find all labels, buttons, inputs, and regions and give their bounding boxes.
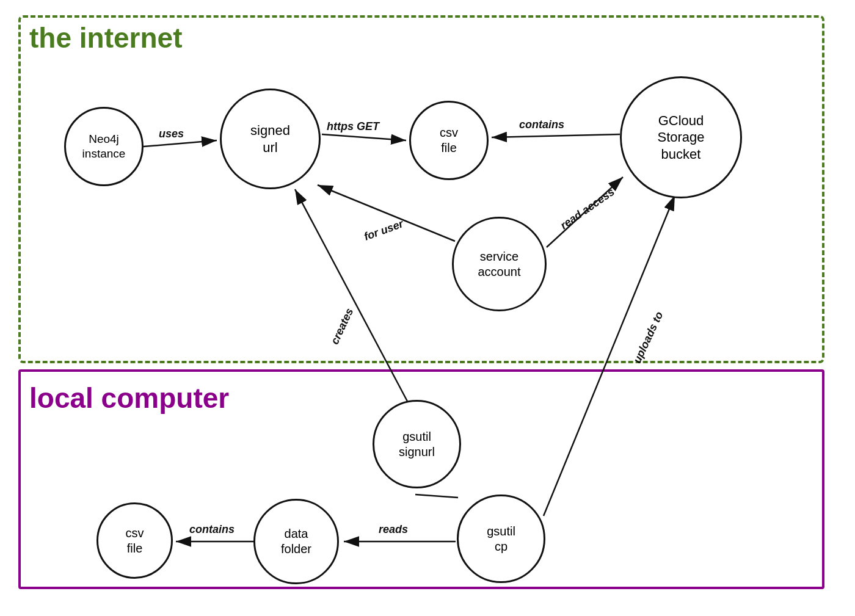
diagram-container: the internet local computer uses https G…: [18, 15, 837, 601]
internet-label: the internet: [29, 21, 182, 54]
node-gcloud: GCloudStoragebucket: [620, 76, 742, 198]
node-data-folder: datafolder: [253, 499, 339, 584]
node-service-account: serviceaccount: [452, 217, 547, 311]
node-signed-url: signedurl: [220, 89, 321, 189]
node-gsutil-signurl: gsutilsignurl: [373, 400, 461, 488]
local-label: local computer: [29, 382, 229, 415]
node-gsutil-cp: gsutilcp: [457, 495, 545, 583]
node-neo4j: Neo4j instance: [64, 107, 144, 186]
node-csv-file-internet: csvfile: [409, 101, 489, 180]
node-csv-file-local: csvfile: [96, 502, 173, 579]
